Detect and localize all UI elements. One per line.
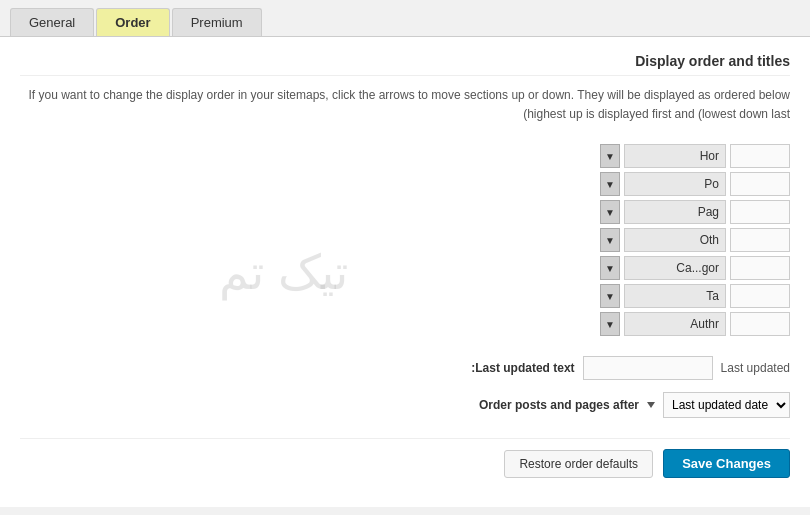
sort-label-posts: Po <box>624 172 726 196</box>
last-updated-row: :Last updated text Last updated <box>20 356 790 380</box>
order-posts-select-wrapper: Last updated date Published date Title I… <box>647 392 790 418</box>
sort-label-other: Oth <box>624 228 726 252</box>
tab-order[interactable]: Order <box>96 8 169 36</box>
sort-row-categories: ▼ Ca...gor <box>600 256 790 280</box>
sort-label-home: Hor <box>624 144 726 168</box>
sort-row-pages: ▼ Pag <box>600 200 790 224</box>
last-updated-bold-label: :Last updated text <box>471 361 574 375</box>
tabs-bar: General Order Premium <box>0 0 810 37</box>
sort-label-categories: Ca...gor <box>624 256 726 280</box>
bottom-buttons: Restore order defaults Save Changes <box>20 438 790 478</box>
sort-input-other[interactable] <box>730 228 790 252</box>
sortable-rows: ▼ Hor ▼ Po ▼ Pag ▼ Oth ▼ Ca...gor ▼ Ta <box>600 144 790 336</box>
order-posts-label: Order posts and pages after <box>479 398 639 412</box>
sort-input-pages[interactable] <box>730 200 790 224</box>
save-changes-button[interactable]: Save Changes <box>663 449 790 478</box>
sort-label-authors: Authr <box>624 312 726 336</box>
sort-arrow-home[interactable]: ▼ <box>600 144 620 168</box>
sort-arrow-pages[interactable]: ▼ <box>600 200 620 224</box>
sort-input-authors[interactable] <box>730 312 790 336</box>
sort-label-pages: Pag <box>624 200 726 224</box>
sort-row-tags: ▼ Ta <box>600 284 790 308</box>
sort-input-categories[interactable] <box>730 256 790 280</box>
sort-row-home: ▼ Hor <box>600 144 790 168</box>
description-text: If you want to change the display order … <box>20 86 790 124</box>
chevron-down-icon <box>647 402 655 408</box>
sort-row-other: ▼ Oth <box>600 228 790 252</box>
order-posts-select[interactable]: Last updated date Published date Title I… <box>663 392 790 418</box>
tab-general[interactable]: General <box>10 8 94 36</box>
sort-label-tags: Ta <box>624 284 726 308</box>
watermark: تیک تم <box>219 244 347 300</box>
main-content: تیک تم Display order and titles If you w… <box>0 37 810 507</box>
sort-arrow-authors[interactable]: ▼ <box>600 312 620 336</box>
sort-input-posts[interactable] <box>730 172 790 196</box>
sort-row-authors: ▼ Authr <box>600 312 790 336</box>
order-posts-row: Order posts and pages after Last updated… <box>20 392 790 418</box>
sort-arrow-tags[interactable]: ▼ <box>600 284 620 308</box>
sort-arrow-other[interactable]: ▼ <box>600 228 620 252</box>
section-title: Display order and titles <box>20 53 790 76</box>
sort-arrow-categories[interactable]: ▼ <box>600 256 620 280</box>
sort-input-tags[interactable] <box>730 284 790 308</box>
restore-order-button[interactable]: Restore order defaults <box>504 450 653 478</box>
sort-row-posts: ▼ Po <box>600 172 790 196</box>
tab-premium[interactable]: Premium <box>172 8 262 36</box>
last-updated-field-label: Last updated <box>721 361 790 375</box>
sort-input-home[interactable] <box>730 144 790 168</box>
last-updated-input[interactable] <box>583 356 713 380</box>
sort-arrow-posts[interactable]: ▼ <box>600 172 620 196</box>
